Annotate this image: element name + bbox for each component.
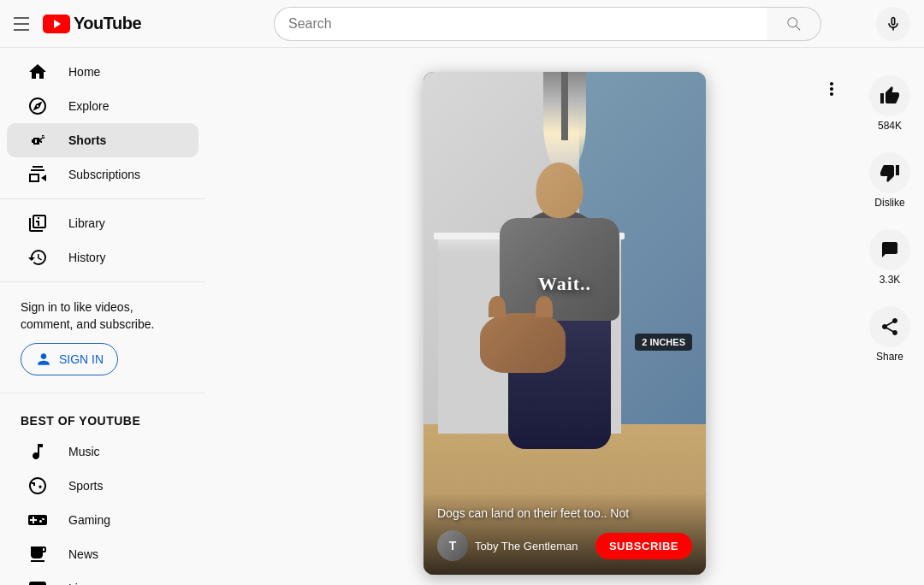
sign-in-block: Sign in to like videos, comment, and sub… [0, 289, 205, 386]
comments-button[interactable]: 3.3K [856, 219, 924, 296]
best-of-youtube-section: BEST OF YOUTUBE Music Sports Gaming [0, 400, 205, 585]
subscriptions-icon [27, 164, 48, 185]
shorts-label: Shorts [68, 133, 106, 147]
sign-in-button[interactable]: SIGN IN [21, 343, 118, 375]
cat-silhouette [480, 313, 566, 373]
divider-3 [0, 393, 205, 393]
search-bar [274, 7, 821, 41]
dislike-label: Dislike [874, 197, 904, 209]
content-area: Wait.. 2 INCHES Dogs can land on their f… [205, 48, 924, 585]
sidebar: Home Explore Shorts Subscriptions [0, 48, 205, 585]
microphone-button[interactable] [876, 7, 910, 41]
person-shirt [500, 218, 619, 321]
share-button[interactable]: Share [856, 296, 924, 373]
sports-label: Sports [68, 479, 103, 493]
subscriptions-label: Subscriptions [68, 168, 140, 181]
channel-avatar: T [437, 530, 468, 561]
logo-text: YouTube [74, 14, 141, 33]
share-icon-container [869, 306, 910, 347]
sidebar-item-home[interactable]: Home [7, 55, 198, 89]
person-icon [35, 351, 52, 368]
sidebar-item-shorts[interactable]: Shorts [7, 123, 198, 157]
sidebar-item-explore[interactable]: Explore [7, 89, 198, 123]
comment-icon [880, 239, 900, 260]
header: YouTube [0, 0, 924, 48]
person-head [536, 162, 583, 218]
thumbs-down-icon [880, 162, 900, 183]
subscribe-button[interactable]: SUBSCRIBE [595, 533, 692, 559]
header-right [876, 7, 910, 41]
library-icon [27, 213, 48, 233]
live-icon [27, 578, 48, 585]
like-button[interactable]: 584K [856, 65, 924, 142]
music-icon [27, 441, 48, 462]
shorts-icon [27, 130, 48, 151]
explore-icon [27, 96, 48, 116]
sidebar-item-live[interactable]: Live [7, 571, 198, 585]
short-title: Dogs can land on their feet too.. Not [437, 506, 692, 520]
sidebar-item-sports[interactable]: Sports [7, 469, 198, 503]
menu-button[interactable] [14, 17, 29, 31]
comment-count: 3.3K [880, 274, 901, 286]
like-count: 584K [878, 120, 902, 132]
share-label: Share [876, 351, 903, 363]
divider-2 [0, 281, 205, 282]
history-icon [27, 247, 48, 268]
news-icon [27, 544, 48, 564]
shorts-container: Wait.. 2 INCHES Dogs can land on their f… [205, 48, 924, 585]
dislike-button[interactable]: Dislike [856, 142, 924, 219]
mic-icon [885, 15, 902, 32]
sign-in-label: SIGN IN [59, 352, 104, 366]
dislike-icon-container [869, 152, 910, 193]
search-icon [785, 15, 803, 32]
thumbs-up-icon [880, 86, 900, 106]
share-icon [880, 316, 900, 337]
short-bottom: Dogs can land on their feet too.. Not T … [424, 493, 706, 575]
inches-badge: 2 INCHES [635, 334, 692, 351]
live-label: Live [68, 582, 91, 585]
youtube-logo[interactable]: YouTube [43, 14, 141, 33]
youtube-logo-icon [43, 15, 70, 33]
explore-label: Explore [68, 99, 109, 113]
ceiling-light [543, 72, 586, 174]
main-layout: Home Explore Shorts Subscriptions [0, 48, 924, 585]
sidebar-item-news[interactable]: News [7, 537, 198, 571]
comment-icon-container [869, 229, 910, 270]
sidebar-item-library[interactable]: Library [7, 206, 198, 240]
sports-icon [27, 476, 48, 496]
header-center [233, 7, 862, 41]
sidebar-item-music[interactable]: Music [7, 434, 198, 469]
sign-in-text: Sign in to like videos, comment, and sub… [21, 299, 185, 333]
short-channel-row: T Toby The Gentleman SUBSCRIBE [437, 530, 692, 561]
search-input[interactable] [274, 7, 767, 41]
like-icon-container [869, 75, 910, 116]
search-button[interactable] [767, 7, 821, 41]
shorts-actions: 584K Dislike 3.3 [856, 48, 924, 585]
library-label: Library [68, 216, 105, 230]
sidebar-item-gaming[interactable]: Gaming [7, 503, 198, 537]
gaming-icon [27, 510, 48, 530]
divider-1 [0, 198, 205, 199]
history-label: History [68, 251, 106, 264]
sidebar-item-subscriptions[interactable]: Subscriptions [7, 157, 198, 192]
home-label: Home [68, 65, 100, 79]
channel-name: Toby The Gentleman [475, 540, 589, 552]
news-label: News [68, 547, 98, 561]
gaming-label: Gaming [68, 513, 110, 527]
header-left: YouTube [14, 14, 219, 33]
video-overlay-text: Wait.. [538, 273, 591, 295]
music-label: Music [68, 445, 100, 458]
short-card: Wait.. 2 INCHES Dogs can land on their f… [424, 72, 706, 575]
sidebar-item-history[interactable]: History [7, 240, 198, 275]
home-icon [27, 62, 48, 82]
best-of-youtube-title: BEST OF YOUTUBE [0, 407, 205, 434]
